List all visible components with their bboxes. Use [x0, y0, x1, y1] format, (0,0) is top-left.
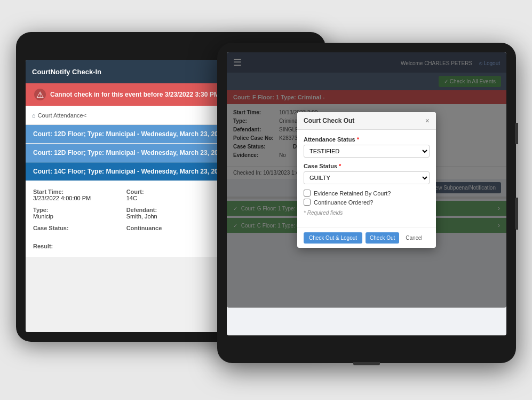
hardware-button-front-bottom — [353, 362, 380, 365]
modal-overlay: Court Check Out × Attendance Status * TE… — [227, 52, 506, 308]
start-time-field: Start Time: 3/23/2022 4:00:00 PM — [33, 189, 122, 201]
evidence-retained-label: Evidence Retained By Court? — [314, 190, 391, 197]
cancel-button[interactable]: Cancel — [402, 232, 425, 244]
tablet-front: ☰ Welcome CHARLES PETERS ⎋ Logout ✓ Chec… — [217, 43, 516, 363]
continuance-field: Continuance — [126, 225, 216, 238]
case-status-field: Case Status: — [33, 225, 122, 238]
back-event-row-1-label: Court: 12D Floor; Type: Municipal - Wedn… — [33, 130, 246, 138]
hardware-button-front-right2 — [515, 198, 518, 230]
home-icon: ⌂ — [32, 112, 36, 119]
tablet-front-screen: ☰ Welcome CHARLES PETERS ⎋ Logout ✓ Chec… — [227, 52, 506, 335]
back-navbar-title: CourtNotify Check-In — [32, 68, 101, 76]
type-field: Type: Municip — [33, 207, 122, 219]
error-banner-text: Cannot check in for this event before 3/… — [50, 91, 219, 98]
modal-header: Court Check Out × — [297, 112, 436, 130]
modal-body: Attendance Status * TESTIFIED DID NOT TE… — [297, 130, 436, 228]
attendance-status-select[interactable]: TESTIFIED DID NOT TESTIFY EXCUSED — [304, 145, 430, 158]
continuance-ordered-label: Continuance Ordered? — [314, 199, 373, 206]
attendance-status-label: Attendance Status * — [304, 136, 430, 143]
required-fields-note: * Required fields — [304, 210, 430, 216]
breadcrumb-separator: < — [83, 112, 86, 119]
defendant-field: Defendant: Smith, John — [126, 207, 216, 219]
case-status-select[interactable]: GUILTY NOT GUILTY DISMISSED CONTINUANCE — [304, 171, 430, 184]
checkout-only-button[interactable]: Check Out — [366, 232, 399, 244]
breadcrumb-label: Court Attendance — [38, 112, 83, 119]
back-event-row-2-label: Court: 12D Floor; Type: Municipal - Wedn… — [33, 149, 233, 156]
modal-close-button[interactable]: × — [425, 116, 430, 125]
back-active-event-label: Court: 14C Floor; Type: Municipal - Wedn… — [33, 168, 240, 175]
continuance-ordered-row: Continuance Ordered? — [304, 199, 430, 206]
modal-title: Court Check Out — [304, 117, 354, 124]
alert-icon: ⚠ — [34, 89, 46, 100]
evidence-retained-row: Evidence Retained By Court? — [304, 190, 430, 197]
evidence-retained-checkbox[interactable] — [304, 190, 311, 197]
checkout-logout-button[interactable]: Check Out & Logout — [304, 232, 362, 244]
modal-footer: Check Out & Logout Check Out Cancel — [297, 228, 436, 248]
continuance-ordered-checkbox[interactable] — [304, 199, 311, 206]
result-field: Result: — [33, 243, 122, 249]
case-status-label: Case Status * — [304, 163, 430, 169]
hardware-button-front-right1 — [515, 123, 518, 144]
court-checkout-modal: Court Check Out × Attendance Status * TE… — [297, 112, 436, 248]
court-field: Court: 14C — [126, 189, 216, 201]
